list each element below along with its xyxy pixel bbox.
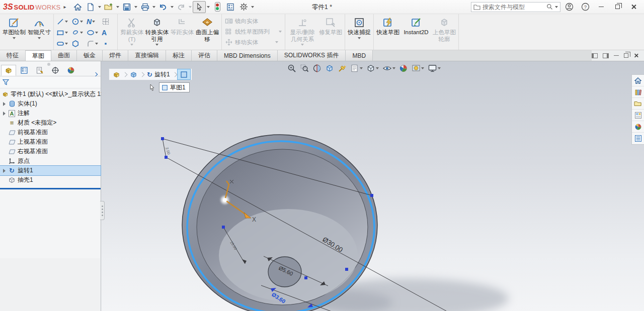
close-button[interactable] <box>626 1 641 13</box>
tab-sheet-metal[interactable]: 钣金 <box>77 50 103 61</box>
sketch-button[interactable]: 草图绘制 <box>2 15 27 41</box>
annotation-views-dropdown[interactable] <box>360 67 363 69</box>
tab-surfaces[interactable]: 曲面 <box>51 50 77 61</box>
rebuild-button[interactable] <box>211 1 224 13</box>
smart-dimension-dropdown[interactable] <box>38 37 41 39</box>
tree-item-front-plane[interactable]: 前视基准面 <box>0 128 101 137</box>
undo-button[interactable] <box>156 1 170 13</box>
quick-snaps-button[interactable]: 快速捕捉 <box>347 15 372 41</box>
tab-weldments[interactable]: 焊件 <box>103 50 128 61</box>
tab-mbd-dimensions[interactable]: MBD Dimensions <box>217 50 278 61</box>
new-document-dropdown[interactable] <box>97 1 102 13</box>
trim-dropdown[interactable] <box>130 44 133 46</box>
repair-sketch-button[interactable]: 修复草图 <box>318 15 343 37</box>
tree-item-right-plane[interactable]: 右视基准面 <box>0 147 101 156</box>
sketch1-chip[interactable]: 草图1 <box>159 82 190 92</box>
apply-scene-dropdown[interactable] <box>421 67 424 69</box>
graphics-viewport[interactable]: Ø30.00 Ø5.60 Ø3.60 2.00 15.00 X ↻ <box>101 61 644 311</box>
restore-button[interactable] <box>610 1 625 13</box>
tree-item-origin[interactable]: 原点 <box>0 156 101 166</box>
menu-expand-arrow-icon[interactable]: ▸ <box>63 4 66 10</box>
view-palette-button[interactable] <box>632 110 644 121</box>
offset-on-surface-button[interactable]: 曲面上偏移 <box>195 15 220 44</box>
tree-item-shell1[interactable]: 抽壳1 <box>0 175 101 185</box>
move-entities-dropdown[interactable] <box>275 41 278 43</box>
convert-dropdown[interactable] <box>155 44 158 46</box>
resources-home-button[interactable] <box>632 75 644 86</box>
sketch-picture-tool[interactable] <box>101 16 116 27</box>
zoom-fit-button[interactable] <box>286 63 297 74</box>
section-view-button[interactable] <box>311 63 323 74</box>
manager-tabs-overflow[interactable] <box>92 73 100 76</box>
new-document-button[interactable] <box>84 1 97 13</box>
design-library-button[interactable] <box>632 86 644 98</box>
tree-item-top-plane[interactable]: 上视基准面 <box>0 137 101 147</box>
tree-root[interactable]: 零件1 (默认) <<默认>_显示状态 1> <box>0 89 101 99</box>
line-dropdown[interactable] <box>65 21 68 23</box>
undo-dropdown[interactable] <box>170 1 175 13</box>
options-button[interactable] <box>237 1 250 13</box>
fillet-dropdown[interactable] <box>95 43 98 45</box>
slot-dropdown[interactable] <box>65 43 68 45</box>
linear-sketch-pattern-button[interactable]: 线性草图阵列 <box>223 27 283 37</box>
home-button[interactable] <box>71 1 84 13</box>
slot-tool[interactable] <box>55 38 70 49</box>
quick-snaps-dropdown[interactable] <box>358 37 361 39</box>
help-button[interactable]: ? <box>578 1 593 13</box>
circle-tool[interactable] <box>70 16 86 27</box>
select-tool-button[interactable] <box>193 1 206 13</box>
hide-show-dropdown[interactable] <box>392 67 395 69</box>
fillet-tool[interactable] <box>86 38 101 49</box>
file-properties-button[interactable] <box>224 1 237 13</box>
polygon-tool[interactable] <box>70 38 86 49</box>
zoom-area-button[interactable] <box>299 63 310 74</box>
tree-item-solid-bodies[interactable]: 实体(1) <box>0 99 101 109</box>
expand-arrow-icon[interactable] <box>2 102 6 106</box>
display-relations-dropdown[interactable] <box>301 44 304 46</box>
select-tool-dropdown[interactable] <box>206 1 211 13</box>
configurationmanager-tab[interactable] <box>32 65 47 76</box>
circle-dropdown[interactable] <box>80 21 83 23</box>
view-settings-dropdown[interactable] <box>438 67 441 69</box>
search-input[interactable] <box>482 4 544 11</box>
collapse-left-pane-button[interactable] <box>592 53 598 58</box>
displaymanager-tab[interactable] <box>63 65 78 76</box>
shaded-sketch-contours-button[interactable]: 上色草图轮廓 <box>432 15 457 44</box>
breadcrumb-body[interactable] <box>127 69 140 80</box>
trim-entities-button[interactable]: 剪裁实体(T) <box>119 15 144 47</box>
open-dropdown[interactable] <box>115 1 120 13</box>
doc-minimize-button[interactable] <box>614 55 619 56</box>
propertymanager-tab[interactable] <box>17 65 32 76</box>
tab-features[interactable]: 特征 <box>0 50 26 61</box>
appearances-scenes-button[interactable] <box>632 121 644 133</box>
rectangle-dropdown[interactable] <box>65 32 68 34</box>
collapse-right-pane-button[interactable] <box>603 53 609 58</box>
rapid-sketch-button[interactable]: 快速草图 <box>375 15 400 37</box>
rectangle-tool[interactable] <box>55 27 70 38</box>
tree-item-revolve1[interactable]: ↻ 旋转1 <box>0 166 101 175</box>
tab-direct-editing[interactable]: 直接编辑 <box>128 50 166 61</box>
ellipse-dropdown[interactable] <box>95 32 98 34</box>
filter-funnel-icon[interactable] <box>2 78 10 86</box>
tab-markup[interactable]: 标注 <box>166 50 192 61</box>
tab-mbd[interactable]: MBD <box>346 50 373 61</box>
line-tool[interactable] <box>55 16 70 27</box>
apply-scene-button[interactable] <box>411 63 425 74</box>
print-dropdown[interactable] <box>151 1 156 13</box>
instant2d-button[interactable]: Instant2D <box>400 15 432 37</box>
mirror-entities-button[interactable]: 镜向实体 <box>223 16 283 26</box>
file-explorer-button[interactable] <box>632 98 644 110</box>
minimize-button[interactable] <box>594 1 609 13</box>
panel-splitter-handle[interactable] <box>100 201 105 220</box>
custom-properties-button[interactable] <box>632 133 644 144</box>
login-button[interactable] <box>561 1 577 13</box>
convert-entities-button[interactable]: 转换实体引用 <box>144 15 170 47</box>
point-tool[interactable] <box>101 38 116 49</box>
redo-button[interactable] <box>175 1 188 13</box>
view-settings-button[interactable] <box>427 63 442 74</box>
search-box[interactable] <box>471 2 560 12</box>
save-dropdown[interactable] <box>133 1 138 13</box>
breadcrumb-revolve[interactable]: ↻ 旋转1 <box>144 69 173 80</box>
featuremanager-tab[interactable] <box>1 65 16 76</box>
save-button[interactable] <box>120 1 133 13</box>
